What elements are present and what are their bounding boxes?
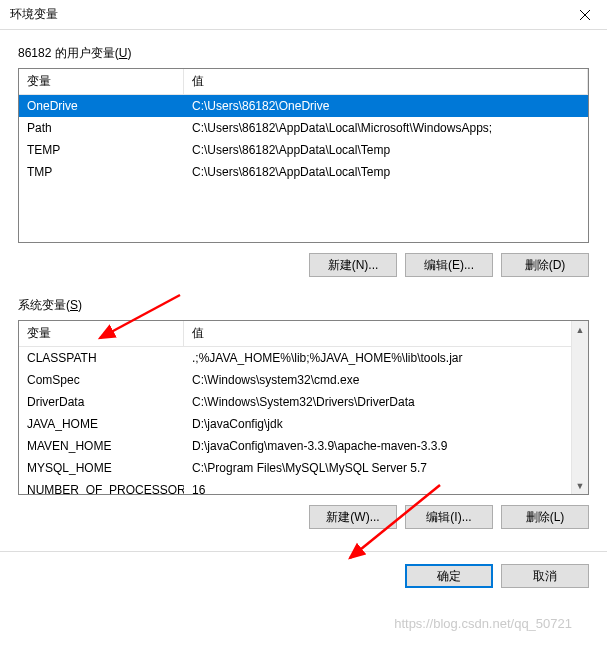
var-name: OneDrive — [19, 97, 184, 115]
system-vars-table[interactable]: 变量 值 CLASSPATH.;%JAVA_HOME%\lib;%JAVA_HO… — [18, 320, 589, 495]
system-new-button[interactable]: 新建(W)... — [309, 505, 397, 529]
watermark: https://blog.csdn.net/qq_50721 — [394, 616, 572, 631]
var-value: C:\Users\86182\OneDrive — [184, 97, 588, 115]
system-buttons-row: 新建(W)... 编辑(I)... 删除(L) — [18, 505, 589, 529]
var-value: D:\javaConfig\jdk — [184, 415, 588, 433]
system-edit-button[interactable]: 编辑(I)... — [405, 505, 493, 529]
user-table-body: OneDriveC:\Users\86182\OneDrivePathC:\Us… — [19, 95, 588, 243]
scrollbar[interactable]: ▲ ▼ — [571, 321, 588, 494]
user-vars-table[interactable]: 变量 值 OneDriveC:\Users\86182\OneDrivePath… — [18, 68, 589, 243]
var-name: TEMP — [19, 141, 184, 159]
close-icon — [580, 10, 590, 20]
user-new-button[interactable]: 新建(N)... — [309, 253, 397, 277]
var-value: .;%JAVA_HOME%\lib;%JAVA_HOME%\lib\tools.… — [184, 349, 588, 367]
dialog-buttons: 确定 取消 — [0, 552, 607, 600]
var-value: C:\Program Files\MySQL\MySQL Server 5.7 — [184, 459, 588, 477]
table-row[interactable]: MYSQL_HOMEC:\Program Files\MySQL\MySQL S… — [19, 457, 588, 479]
titlebar: 环境变量 — [0, 0, 607, 30]
table-row[interactable]: DriverDataC:\Windows\System32\Drivers\Dr… — [19, 391, 588, 413]
var-value: C:\Users\86182\AppData\Local\Temp — [184, 163, 588, 181]
var-value: D:\javaConfig\maven-3.3.9\apache-maven-3… — [184, 437, 588, 455]
table-row[interactable]: TMPC:\Users\86182\AppData\Local\Temp — [19, 161, 588, 183]
user-table-header: 变量 值 — [19, 69, 588, 95]
table-row[interactable]: NUMBER_OF_PROCESSORS16 — [19, 479, 588, 495]
var-name: Path — [19, 119, 184, 137]
ok-button[interactable]: 确定 — [405, 564, 493, 588]
var-value: 16 — [184, 481, 588, 495]
window-title: 环境变量 — [10, 6, 58, 23]
var-name: CLASSPATH — [19, 349, 184, 367]
col-header-name[interactable]: 变量 — [19, 69, 184, 94]
table-row[interactable]: PathC:\Users\86182\AppData\Local\Microso… — [19, 117, 588, 139]
var-name: MAVEN_HOME — [19, 437, 184, 455]
table-row[interactable]: CLASSPATH.;%JAVA_HOME%\lib;%JAVA_HOME%\l… — [19, 347, 588, 369]
table-row[interactable]: TEMPC:\Users\86182\AppData\Local\Temp — [19, 139, 588, 161]
var-name: TMP — [19, 163, 184, 181]
close-button[interactable] — [562, 0, 607, 30]
user-buttons-row: 新建(N)... 编辑(E)... 删除(D) — [18, 253, 589, 277]
var-value: C:\Windows\system32\cmd.exe — [184, 371, 588, 389]
scroll-down-icon[interactable]: ▼ — [572, 477, 588, 494]
table-row[interactable]: JAVA_HOMED:\javaConfig\jdk — [19, 413, 588, 435]
table-row[interactable]: ComSpecC:\Windows\system32\cmd.exe — [19, 369, 588, 391]
user-delete-button[interactable]: 删除(D) — [501, 253, 589, 277]
col-header-name[interactable]: 变量 — [19, 321, 184, 346]
system-table-header: 变量 值 — [19, 321, 588, 347]
var-name: ComSpec — [19, 371, 184, 389]
var-name: MYSQL_HOME — [19, 459, 184, 477]
user-edit-button[interactable]: 编辑(E)... — [405, 253, 493, 277]
var-value: C:\Users\86182\AppData\Local\Temp — [184, 141, 588, 159]
col-header-value[interactable]: 值 — [184, 321, 588, 346]
var-value: C:\Users\86182\AppData\Local\Microsoft\W… — [184, 119, 588, 137]
scroll-up-icon[interactable]: ▲ — [572, 321, 588, 338]
table-row[interactable]: OneDriveC:\Users\86182\OneDrive — [19, 95, 588, 117]
var-name: JAVA_HOME — [19, 415, 184, 433]
user-vars-label: 86182 的用户变量(U) — [18, 45, 589, 62]
var-name: NUMBER_OF_PROCESSORS — [19, 481, 184, 495]
cancel-button[interactable]: 取消 — [501, 564, 589, 588]
var-value: C:\Windows\System32\Drivers\DriverData — [184, 393, 588, 411]
table-row[interactable]: MAVEN_HOMED:\javaConfig\maven-3.3.9\apac… — [19, 435, 588, 457]
system-delete-button[interactable]: 删除(L) — [501, 505, 589, 529]
system-vars-label: 系统变量(S) — [18, 297, 589, 314]
col-header-value[interactable]: 值 — [184, 69, 588, 94]
system-table-body: CLASSPATH.;%JAVA_HOME%\lib;%JAVA_HOME%\l… — [19, 347, 588, 495]
var-name: DriverData — [19, 393, 184, 411]
